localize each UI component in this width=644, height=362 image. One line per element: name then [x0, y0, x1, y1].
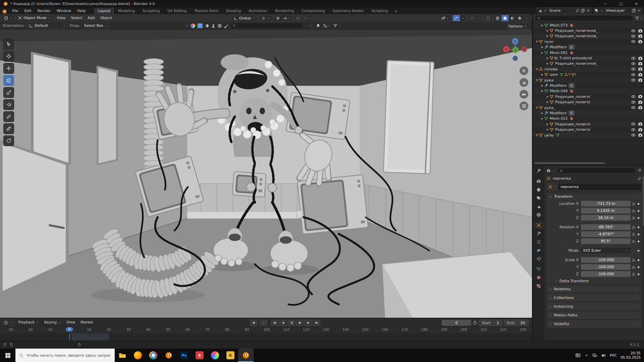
blender-menu-icon[interactable]: [0, 9, 9, 14]
overlays-dropdown[interactable]: [476, 15, 482, 21]
pivot-point-dropdown[interactable]: [259, 15, 272, 21]
tool-tweak-select-button[interactable]: [3, 39, 14, 50]
tab-sculpting[interactable]: Sculpting: [139, 8, 163, 14]
outliner-search-field[interactable]: [535, 15, 634, 21]
playhead[interactable]: [69, 334, 70, 341]
lock-icon[interactable]: [631, 225, 637, 229]
hide-viewport-toggle[interactable]: [631, 100, 636, 105]
outliner-row[interactable]: ▼цель: [533, 132, 644, 138]
scene-selector[interactable]: Scene: [537, 7, 592, 14]
properties-tab-world[interactable]: [534, 211, 544, 219]
drag-dropdown[interactable]: Select Box: [82, 22, 110, 29]
hide-viewport-toggle[interactable]: [631, 133, 636, 137]
expand-arrow-icon[interactable]: ▶: [540, 89, 544, 93]
properties-tab-constraints[interactable]: [534, 255, 544, 263]
outliner-item-label[interactable]: Mesh.073: [550, 23, 568, 27]
menu-file[interactable]: File: [9, 8, 21, 14]
tool-scale-button[interactable]: [3, 87, 14, 98]
shading-wireframe-button[interactable]: [494, 15, 501, 21]
viewport-menu-select[interactable]: Select: [68, 15, 85, 21]
outliner-item-label[interactable]: Modifiers: [550, 45, 567, 49]
outliner-item-label[interactable]: цель: [544, 133, 554, 137]
tool-transform-button[interactable]: [3, 99, 14, 110]
value-field[interactable]: -721.73 m: [581, 201, 631, 206]
play-button[interactable]: [296, 319, 304, 326]
taskbar-app-blender[interactable]: [161, 349, 176, 362]
outliner-item-label[interactable]: Mesh.001: [550, 51, 568, 55]
disable-render-toggle[interactable]: [638, 78, 643, 82]
filter-icon[interactable]: [638, 169, 642, 173]
lock-icon[interactable]: [631, 216, 637, 220]
animate-property-dot[interactable]: ●: [637, 273, 640, 276]
snap-toggle[interactable]: [274, 15, 282, 21]
outliner-row[interactable]: ▶Mesh.073: [533, 22, 644, 28]
collapse-arrow-icon[interactable]: ▼: [535, 79, 539, 82]
timeline-editor-type-button[interactable]: [2, 319, 15, 326]
viewport-menu-add[interactable]: Add: [85, 15, 97, 21]
tab-compositing[interactable]: Compositing: [298, 8, 329, 14]
expand-arrow-icon[interactable]: ▶: [540, 84, 544, 87]
outliner-row[interactable]: ▶T-shirt procedural: [533, 55, 644, 61]
show-object-types-dropdown[interactable]: [439, 15, 451, 21]
tab-layout[interactable]: Layout: [94, 8, 114, 14]
timeline-menu-playback[interactable]: Playback: [15, 319, 42, 326]
outliner-row[interactable]: ▼пузо: [533, 39, 644, 44]
outliner-item-label[interactable]: Редукция_полигоі: [555, 95, 590, 99]
expand-arrow-icon[interactable]: ▶: [546, 101, 549, 104]
timeline-track-area[interactable]: [0, 334, 532, 341]
outliner-display-dropdown[interactable]: [323, 23, 330, 28]
outliner-item-label[interactable]: Редукция_полигоі: [555, 100, 590, 104]
menu-help[interactable]: Help: [74, 8, 89, 14]
proportional-edit-toggle[interactable]: [294, 15, 302, 21]
timeline-menu-view[interactable]: View: [64, 319, 78, 326]
scene-name[interactable]: Scene: [548, 8, 574, 13]
hide-viewport-toggle[interactable]: [631, 56, 636, 61]
tab-uv-editing[interactable]: UV Editing: [164, 8, 190, 14]
lock-icon[interactable]: [631, 209, 637, 213]
tool-move-button[interactable]: [3, 63, 14, 74]
panel-drag-handle[interactable]: ::::: [634, 305, 639, 308]
pin-icon[interactable]: [637, 176, 642, 181]
close-button[interactable]: ✕: [629, 0, 644, 7]
object-frame-icon[interactable]: [197, 23, 203, 28]
shading-rendered-button[interactable]: [516, 15, 524, 21]
outliner-item-label[interactable]: Редукция_полигоі: [555, 122, 590, 126]
collapse-arrow-icon[interactable]: ▼: [535, 40, 539, 43]
taskbar-app-firefox[interactable]: [130, 349, 146, 362]
properties-tab-scene[interactable]: [534, 202, 544, 210]
menu-edit[interactable]: Edit: [21, 8, 34, 14]
previous-keyframe-button[interactable]: [279, 319, 287, 326]
panel-drag-handle[interactable]: ::::: [634, 288, 639, 291]
outliner-item-label[interactable]: Редукция_полигонов_: [555, 28, 598, 33]
expand-arrow-icon[interactable]: ▶: [546, 35, 549, 38]
half-sphere-icon[interactable]: [205, 23, 209, 28]
hide-viewport-toggle[interactable]: [631, 122, 636, 126]
navigation-gizmo[interactable]: Z X Y: [502, 37, 528, 63]
outliner-row[interactable]: ▶шея51: [533, 72, 644, 77]
disable-render-toggle[interactable]: [638, 100, 643, 105]
value-field[interactable]: 28.14 m: [581, 215, 631, 221]
shading-solid-button[interactable]: [501, 15, 509, 21]
minimize-button[interactable]: ─: [598, 0, 613, 7]
outliner-item-label[interactable]: рука_: [544, 106, 555, 110]
filter-dropdown[interactable]: [333, 23, 340, 28]
pin-icon[interactable]: [575, 8, 580, 13]
outliner-item-label[interactable]: Mesh.044: [550, 89, 568, 93]
outliner-item-label[interactable]: Редукция_полигонов_: [555, 34, 598, 38]
start-button[interactable]: [0, 349, 15, 362]
lock-icon[interactable]: [631, 265, 637, 269]
rotation-mode-dropdown[interactable]: XYZ Euler: [581, 248, 631, 253]
hide-viewport-toggle[interactable]: [631, 67, 636, 71]
panel-drag-handle[interactable]: ::::: [634, 296, 639, 300]
chevron-down-icon[interactable]: [185, 24, 189, 27]
expand-arrow-icon[interactable]: ▶: [546, 57, 549, 60]
outliner-item-label[interactable]: Редукция_полигонов_: [555, 61, 598, 66]
hide-viewport-toggle[interactable]: [631, 127, 636, 132]
menu-render[interactable]: Render: [35, 8, 54, 14]
xray-toggle[interactable]: [485, 15, 492, 21]
expand-arrow-icon[interactable]: ▶: [540, 117, 544, 120]
section-collections[interactable]: Collections::::: [546, 294, 642, 302]
outliner-row[interactable]: ▶Редукция_полигоі: [533, 121, 644, 127]
expand-arrow-icon[interactable]: ▶: [540, 73, 544, 76]
hide-viewport-toggle[interactable]: [631, 72, 636, 77]
